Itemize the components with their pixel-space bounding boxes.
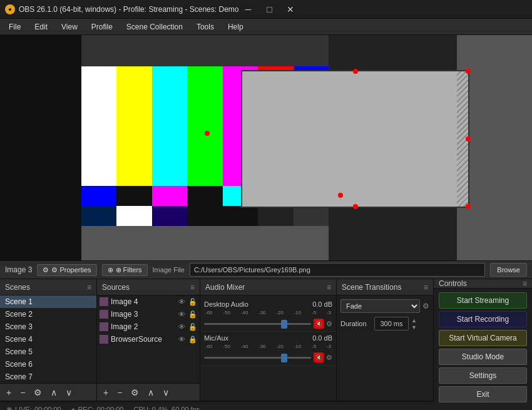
add-scene-button[interactable]: + [4,386,14,399]
start-virtual-camera-button[interactable]: Start Virtual Camera [439,330,527,346]
source-lock-button[interactable]: 🔓 [188,310,197,319]
desktop-audio-fader[interactable] [204,323,311,325]
start-streaming-button[interactable]: Start Streaming [439,292,527,309]
gear-icon: ⚙ [43,266,49,274]
color-bar-bottom-2 [223,206,258,226]
menu-item-edit[interactable]: Edit [28,21,54,33]
source-lock-button[interactable]: 🔓 [188,322,197,331]
color-bar-bottom-1 [187,186,222,206]
sources-panel-menu-icon[interactable]: ≡ [190,283,195,292]
scenes-panel-header: Scenes ≡ [0,279,96,295]
transition-type-select[interactable]: Fade Cut Swipe Slide Stinger Luma Wipe [340,299,420,313]
mic-aux-track: Mic/Aux 0.0 dB -60-50-40-30-20-10-5-3 [200,332,336,366]
mic-aux-meters [204,350,332,351]
desktop-audio-mute-button[interactable]: 🔇 [314,319,324,329]
source-up-button[interactable]: ∧ [145,386,156,399]
mic-aux-fader-thumb[interactable] [281,354,287,362]
scene-down-button[interactable]: ∨ [63,386,74,399]
scene-item[interactable]: Scene 4 [0,333,96,346]
maximize-button[interactable]: □ [260,3,279,16]
handle-right[interactable] [466,136,471,141]
remove-source-button[interactable]: − [115,386,125,399]
scene-item[interactable]: Scene 3 [0,320,96,333]
handle-top[interactable] [353,69,358,74]
source-item[interactable]: Image 3👁🔓 [97,308,200,320]
scene-item[interactable]: Scene 7 [0,371,96,383]
controls-buttons: Start Streaming Start Recording Start Vi… [434,289,532,406]
transition-settings-icon[interactable]: ⚙ [422,302,429,310]
source-visibility-button[interactable]: 👁 [177,297,186,306]
grey-overlay-source[interactable] [241,70,469,208]
source-down-button[interactable]: ∨ [160,386,171,399]
source-visibility-button[interactable]: 👁 [177,335,186,344]
scene-item[interactable]: Scene 6 [0,358,96,371]
desktop-audio-db: 0.0 dB [312,300,332,308]
scene-up-button[interactable]: ∧ [48,386,59,399]
scene-settings-button[interactable]: ⚙ [31,386,44,399]
studio-mode-button[interactable]: Studio Mode [439,349,527,365]
titlebar-controls: ─ □ ✕ [238,3,300,16]
handle-color-bar-top[interactable] [205,131,210,136]
mic-aux-mute-button[interactable]: 🔇 [314,352,324,362]
menu-item-tools[interactable]: Tools [190,21,220,33]
sources-footer: + − ⚙ ∧ ∨ [97,383,200,401]
duration-spinner[interactable]: ▲ ▼ [411,317,417,331]
app-icon: ● [5,4,15,14]
menu-item-scene-collection[interactable]: Scene Collection [120,21,189,33]
scene-transitions-menu-icon[interactable]: ≡ [424,283,428,292]
source-lock-button[interactable]: 🔓 [188,297,197,306]
properties-button[interactable]: ⚙ ⚙ Properties [37,264,96,276]
filters-button[interactable]: ⊕ ⊕ Filters [102,264,148,276]
source-visibility-button[interactable]: 👁 [177,310,186,319]
start-recording-button[interactable]: Start Recording [439,311,527,327]
titlebar: ● OBS 26.1.0 (64-bit, windows) - Profile… [0,0,532,19]
duration-input[interactable] [374,317,409,331]
source-item[interactable]: BrowserSource👁🔒 [97,333,200,346]
source-lock-button[interactable]: 🔒 [188,335,197,344]
scene-item[interactable]: Scene 2 [0,308,96,320]
source-item-icon [100,297,108,306]
menu-item-profile[interactable]: Profile [85,21,119,33]
settings-button[interactable]: Settings [439,367,527,384]
source-visibility-button[interactable]: 👁 [177,322,186,331]
source-settings-button[interactable]: ⚙ [128,386,141,399]
scene-transitions-panel: Scene Transitions ≡ Fade Cut Swipe Slide… [337,279,434,401]
scenes-panel-menu-icon[interactable]: ≡ [87,283,91,292]
handle-color-bar-right[interactable] [338,193,343,198]
menu-item-help[interactable]: Help [222,21,250,33]
desktop-audio-fader-thumb[interactable] [281,320,287,329]
menu-item-file[interactable]: File [3,21,27,33]
desktop-audio-gear-button[interactable]: ⚙ [326,320,332,328]
scenes-footer: + − ⚙ ∧ ∨ [0,383,96,401]
scene-item[interactable]: Scene 1 [0,295,96,308]
menu-item-view[interactable]: View [55,21,84,33]
desktop-audio-header: Desktop Audio 0.0 dB [204,300,332,308]
browse-button[interactable]: Browse [490,263,527,277]
add-source-button[interactable]: + [101,386,111,399]
handle-top-right[interactable] [466,69,471,74]
source-item[interactable]: Image 4👁🔓 [97,295,200,308]
duration-up-arrow[interactable]: ▲ [411,317,417,324]
close-button[interactable]: ✕ [281,3,300,16]
rec-status: ● REC: 00:00:00 [71,406,124,411]
source-item[interactable]: Image 2👁🔓 [97,320,200,333]
sources-panel: Sources ≡ Image 4👁🔓Image 3👁🔓Image 2👁🔓Bro… [97,279,200,401]
controls-menu-icon[interactable]: ≡ [523,279,527,288]
handle-bottom-right[interactable] [466,204,471,209]
preview-bg-top [81,35,329,66]
exit-button[interactable]: Exit [439,386,527,402]
duration-down-arrow[interactable]: ▼ [411,324,417,331]
audio-mixer-menu-icon[interactable]: ≡ [327,283,331,292]
handle-bottom[interactable] [353,204,358,209]
desktop-audio-name: Desktop Audio [204,300,248,308]
mic-aux-fader[interactable] [204,357,311,359]
mic-aux-gear-button[interactable]: ⚙ [326,354,332,362]
color-bar-bottom-1 [152,186,187,206]
image-path-input[interactable] [190,263,485,277]
scene-item[interactable]: Scene 5 [0,346,96,358]
color-bar-bottom-2 [187,206,222,226]
remove-scene-button[interactable]: − [18,386,28,399]
source-item-name: Image 3 [111,310,175,319]
minimize-button[interactable]: ─ [238,3,257,16]
live-icon: ◉ [6,405,13,410]
